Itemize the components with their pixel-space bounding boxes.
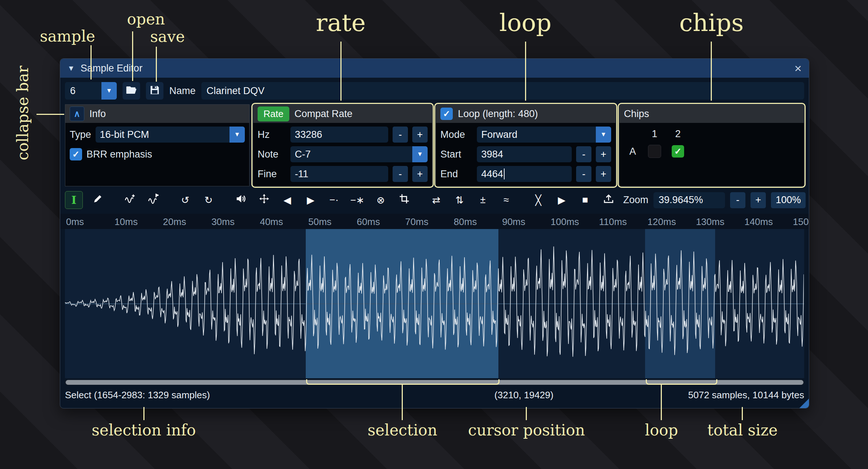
draw-tool-icon xyxy=(92,193,103,207)
fade-out-button[interactable]: ▶ xyxy=(302,191,319,209)
reverse-button[interactable]: ⇄ xyxy=(428,191,445,209)
dropdown-arrow-icon[interactable]: ▼ xyxy=(412,146,428,162)
fade-in-icon: ◀ xyxy=(283,194,291,206)
fine-minus-button[interactable]: - xyxy=(393,166,408,182)
annotation-save: save xyxy=(150,28,185,46)
loop-start-value: 3984 xyxy=(481,149,503,160)
invert-icon: ⇅ xyxy=(455,194,464,206)
sign-button[interactable]: ± xyxy=(474,191,491,209)
ruler-label: 30ms xyxy=(211,216,235,228)
select-tool-button[interactable]: I xyxy=(65,191,83,209)
waveform-view[interactable] xyxy=(65,229,804,378)
loop-end-plus-button[interactable]: + xyxy=(596,166,611,182)
redo-button[interactable]: ↻ xyxy=(200,191,217,209)
annotation-line xyxy=(156,47,157,82)
loop-start-row: Start 3984 - + xyxy=(440,146,611,162)
annotation-loop-bottom: loop xyxy=(645,421,678,439)
loop-enable-checkbox[interactable]: ✓ xyxy=(440,108,453,120)
dropdown-arrow-icon[interactable]: ▼ xyxy=(101,82,117,100)
crossfade-icon: ╳ xyxy=(535,194,541,206)
rate-mode-button[interactable]: Rate xyxy=(258,106,289,121)
loop-start-input[interactable]: 3984 xyxy=(477,146,572,162)
zoom-input[interactable]: 39.9645% xyxy=(653,192,725,208)
sample-selector[interactable]: 6 ▼ xyxy=(65,82,117,100)
dropdown-arrow-icon[interactable]: ▼ xyxy=(596,127,611,143)
type-value: 16-bit PCM xyxy=(96,127,229,143)
loop-mode-select[interactable]: Forward ▼ xyxy=(477,127,611,143)
loop-start-minus-button[interactable]: - xyxy=(576,146,591,162)
collapse-bar-button[interactable]: ∧ xyxy=(70,106,84,121)
zoom-controls: Zoom 39.9645% - + 100% xyxy=(623,192,806,208)
hz-minus-button[interactable]: - xyxy=(393,127,408,143)
chip-2-checkbox[interactable]: ✓ xyxy=(672,145,684,158)
zoom-reset-button[interactable]: 100% xyxy=(771,192,806,208)
loop-start-plus-button[interactable]: + xyxy=(596,146,611,162)
close-icon[interactable]: × xyxy=(794,62,802,74)
filter-button[interactable]: ≈ xyxy=(498,191,515,209)
apply-silence-button[interactable]: −∗ xyxy=(349,191,366,209)
chip-1-checkbox[interactable] xyxy=(648,145,661,158)
create-wavetable-button[interactable] xyxy=(600,191,617,209)
fine-label: Fine xyxy=(258,168,286,180)
waveform xyxy=(65,229,804,378)
timeline-ruler: 0ms10ms20ms30ms40ms50ms60ms70ms80ms90ms1… xyxy=(60,214,809,229)
ruler-label: 40ms xyxy=(260,216,283,228)
zoom-label: Zoom xyxy=(623,194,648,206)
zoom-value: 39.9645% xyxy=(659,194,703,206)
dropdown-arrow-icon[interactable]: ▼ xyxy=(229,127,245,143)
fine-plus-button[interactable]: + xyxy=(412,166,428,182)
chevron-up-icon: ∧ xyxy=(74,109,80,119)
invert-button[interactable]: ⇅ xyxy=(451,191,468,209)
brr-row: ✓ BRR emphasis xyxy=(70,146,245,162)
apply-silence-icon: −∗ xyxy=(350,194,364,206)
resample-button[interactable] xyxy=(144,191,162,209)
crossfade-button[interactable]: ╳ xyxy=(530,191,547,209)
open-button[interactable] xyxy=(123,82,140,100)
name-input[interactable]: Clarinet DQV xyxy=(201,82,804,100)
preview-button[interactable]: ▶ xyxy=(553,191,570,209)
window-resize-grip[interactable] xyxy=(799,399,809,408)
name-value: Clarinet DQV xyxy=(207,85,265,97)
amplify-button[interactable] xyxy=(232,191,249,209)
draw-tool-button[interactable] xyxy=(89,191,106,209)
annotation-collapse-bar: collapse bar xyxy=(14,66,32,160)
hz-input[interactable]: 33286 xyxy=(290,127,388,143)
brr-emphasis-checkbox[interactable]: ✓ xyxy=(70,148,82,160)
resize-button[interactable] xyxy=(121,191,138,209)
type-select[interactable]: 16-bit PCM ▼ xyxy=(96,127,245,143)
insert-silence-button[interactable]: −· xyxy=(325,191,343,209)
annotation-line xyxy=(132,31,133,81)
loop-end-input[interactable]: 4464 xyxy=(477,166,572,182)
fade-in-button[interactable]: ◀ xyxy=(279,191,296,209)
stop-preview-button[interactable]: ■ xyxy=(576,191,594,209)
rate-panel-header: Rate Compat Rate xyxy=(253,105,432,123)
fine-input[interactable]: -11 xyxy=(290,166,388,182)
ruler-label: 130ms xyxy=(696,216,724,228)
sample-editor-window: ▼ Sample Editor × 6 ▼ Name Clarinet DQV xyxy=(60,58,809,408)
zoom-plus-button[interactable]: + xyxy=(751,192,766,208)
annotation-loop: loop xyxy=(499,9,552,37)
rate-panel-title: Compat Rate xyxy=(294,108,352,120)
delete-button[interactable]: ⊗ xyxy=(372,191,389,209)
save-floppy-icon xyxy=(149,85,160,97)
ruler-label: 20ms xyxy=(163,216,186,228)
chips-panel: Chips 1 2 A ✓ xyxy=(619,104,804,186)
hz-plus-button[interactable]: + xyxy=(412,127,428,143)
type-row: Type 16-bit PCM ▼ xyxy=(70,127,245,143)
save-button[interactable] xyxy=(146,82,163,100)
annotation-total-size: total size xyxy=(707,421,778,439)
window-collapse-icon[interactable]: ▼ xyxy=(67,64,75,73)
annotation-line xyxy=(526,407,527,420)
undo-button[interactable]: ↺ xyxy=(177,191,194,209)
ruler-label: 150 xyxy=(793,216,809,228)
note-select[interactable]: C-7 ▼ xyxy=(290,146,428,162)
trim-button[interactable] xyxy=(396,191,413,209)
loop-end-minus-button[interactable]: - xyxy=(576,166,591,182)
ruler-label: 0ms xyxy=(66,216,84,228)
name-label: Name xyxy=(169,85,196,97)
ruler-label: 60ms xyxy=(357,216,380,228)
annotation-line xyxy=(340,42,342,101)
zoom-minus-button[interactable]: - xyxy=(730,192,745,208)
total-size-text: 5072 samples, 10144 bytes xyxy=(688,389,804,401)
normalize-button[interactable] xyxy=(255,191,273,209)
